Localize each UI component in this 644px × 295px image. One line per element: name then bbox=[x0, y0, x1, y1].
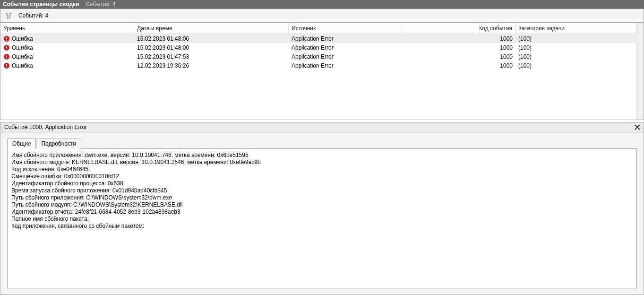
svg-rect-1 bbox=[6, 37, 7, 39]
cell-level: Ошибка bbox=[12, 62, 33, 69]
column-header-category[interactable]: Категория задачи bbox=[515, 23, 629, 34]
error-icon bbox=[3, 44, 10, 51]
cell-eventid: 1000 bbox=[480, 61, 515, 70]
cell-level: Ошибка bbox=[12, 53, 33, 60]
cell-datetime: 15.02.2023 01:47:53 bbox=[134, 52, 289, 61]
window-subtitle: Событий: 4 bbox=[86, 1, 115, 8]
tab-details[interactable]: Подробности bbox=[36, 139, 81, 149]
cell-category: (100) bbox=[515, 52, 629, 61]
detail-panel: Общие Подробности Имя сбойного приложени… bbox=[0, 132, 644, 295]
cell-eventid: 1000 bbox=[480, 52, 515, 61]
detail-panel-title: Событие 1000, Application Error bbox=[4, 124, 87, 130]
error-icon bbox=[3, 53, 10, 60]
column-header-source[interactable]: Источник bbox=[289, 23, 401, 34]
close-icon[interactable] bbox=[634, 124, 641, 130]
svg-point-11 bbox=[6, 66, 7, 67]
detail-panel-header: Событие 1000, Application Error bbox=[0, 122, 644, 132]
scrollbar-vertical[interactable] bbox=[636, 23, 644, 120]
event-grid: Уровень Дата и время Источник Код событи… bbox=[0, 23, 644, 120]
cell-category: (100) bbox=[515, 43, 629, 52]
column-header-level[interactable]: Уровень bbox=[0, 23, 134, 34]
cell-spacer bbox=[401, 52, 480, 61]
window-titlebar: События страницы сводки Событий: 4 bbox=[0, 0, 644, 9]
cell-category: (100) bbox=[515, 34, 629, 43]
svg-point-2 bbox=[6, 39, 7, 40]
error-icon bbox=[3, 62, 10, 69]
svg-point-5 bbox=[6, 48, 7, 49]
window-title: События страницы сводки bbox=[3, 1, 79, 8]
cell-source: Application Error bbox=[289, 34, 401, 43]
detail-tabs: Общие Подробности bbox=[7, 137, 637, 148]
cell-datetime: 15.02.2023 01:48:00 bbox=[134, 43, 289, 52]
cell-datetime: 15.02.2023 01:48:06 bbox=[134, 34, 289, 43]
cell-source: Application Error bbox=[289, 61, 401, 70]
filter-bar: Событий: 4 bbox=[0, 9, 644, 23]
svg-point-8 bbox=[6, 57, 7, 58]
svg-rect-10 bbox=[6, 64, 7, 66]
svg-rect-7 bbox=[6, 55, 7, 57]
cell-category: (100) bbox=[515, 61, 629, 70]
cell-eventid: 1000 bbox=[480, 43, 515, 52]
event-count-label: Событий: 4 bbox=[18, 12, 48, 19]
cell-source: Application Error bbox=[289, 52, 401, 61]
tab-general[interactable]: Общие bbox=[7, 139, 36, 149]
grid-header: Уровень Дата и время Источник Код событи… bbox=[0, 23, 644, 34]
filter-icon[interactable] bbox=[5, 12, 12, 19]
cell-level: Ошибка bbox=[12, 44, 33, 51]
table-row[interactable]: Ошибка12.02.2023 19:36:26Application Err… bbox=[0, 61, 644, 70]
cell-spacer bbox=[401, 43, 480, 52]
table-row[interactable]: Ошибка15.02.2023 01:48:00Application Err… bbox=[0, 43, 644, 52]
cell-spacer bbox=[401, 34, 480, 43]
svg-rect-4 bbox=[6, 46, 7, 48]
column-header-eventid[interactable]: Код события bbox=[480, 23, 515, 34]
cell-datetime: 12.02.2023 19:36:26 bbox=[134, 61, 289, 70]
error-icon bbox=[3, 35, 10, 42]
cell-level: Ошибка bbox=[12, 35, 33, 42]
table-row[interactable]: Ошибка15.02.2023 01:47:53Application Err… bbox=[0, 52, 644, 61]
column-header-datetime[interactable]: Дата и время bbox=[134, 23, 289, 34]
column-header-spacer bbox=[401, 23, 480, 34]
cell-spacer bbox=[401, 61, 480, 70]
detail-text: Имя сбойного приложения: dwm.exe, версия… bbox=[7, 148, 637, 288]
cell-source: Application Error bbox=[289, 43, 401, 52]
table-row[interactable]: Ошибка15.02.2023 01:48:06Application Err… bbox=[0, 34, 644, 43]
cell-eventid: 1000 bbox=[480, 34, 515, 43]
